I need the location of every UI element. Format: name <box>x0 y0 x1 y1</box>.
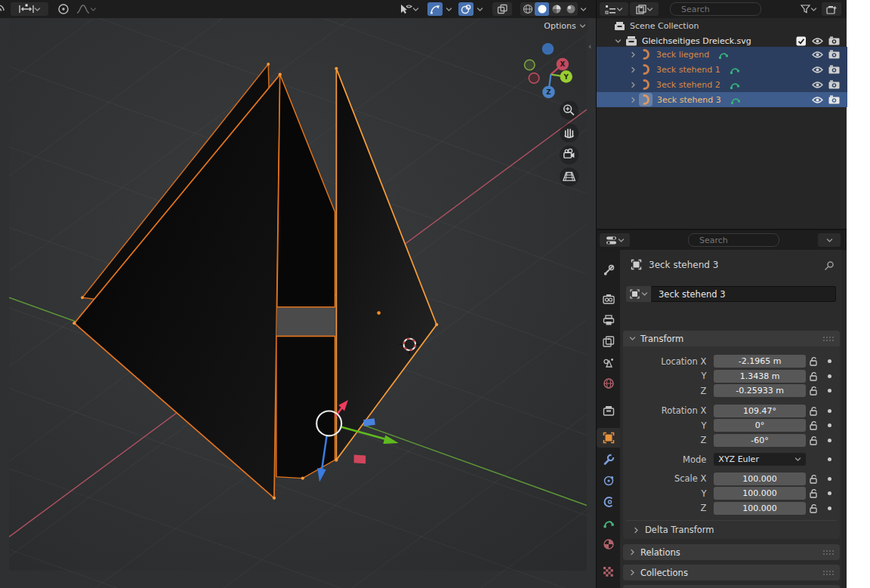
world-properties-tab[interactable] <box>597 374 620 393</box>
view-layer-properties-tab[interactable] <box>597 331 620 351</box>
subpanel-expand-chevron[interactable] <box>633 527 640 534</box>
texture-properties-tab[interactable] <box>597 562 620 581</box>
options-button[interactable]: Options <box>541 19 588 32</box>
outliner-row-collection[interactable]: Gleichseitiges Dreieck.svg <box>597 33 847 48</box>
collection-properties-tab[interactable] <box>597 401 620 420</box>
rotation-x-field[interactable]: 109.47° <box>714 405 805 417</box>
animate-dot[interactable] <box>828 457 831 461</box>
region-collapse-arrow[interactable]: ‹ <box>588 42 591 51</box>
display-mode-button[interactable] <box>630 2 659 16</box>
relations-panel[interactable]: Relations <box>623 544 840 560</box>
rotation-z-field[interactable]: -60° <box>714 434 805 447</box>
scene-properties-tab[interactable] <box>597 352 620 372</box>
motion-paths-panel[interactable]: Motion Paths <box>623 585 840 588</box>
animate-dot[interactable] <box>828 491 831 495</box>
lock-open-icon[interactable] <box>810 503 818 513</box>
render-camera-icon[interactable] <box>828 50 840 59</box>
outliner-row-object-3-active[interactable]: 3eck stehend 3 <box>597 92 847 107</box>
viewport-3d[interactable]: X Y Z <box>0 0 596 588</box>
outliner-search[interactable] <box>670 2 761 16</box>
pin-icon[interactable] <box>823 260 835 272</box>
animate-dot[interactable] <box>828 506 831 510</box>
animate-dot[interactable] <box>828 389 831 393</box>
ortho-grid-button[interactable] <box>560 168 578 186</box>
location-y-field[interactable]: 1.3438 m <box>714 370 805 383</box>
camera-view-button[interactable] <box>560 146 578 165</box>
xray-toggle[interactable] <box>492 2 512 16</box>
animate-dot[interactable] <box>828 439 831 442</box>
panel-grip-icon[interactable] <box>822 550 834 556</box>
scale-y-field[interactable]: 100.000 <box>714 487 805 500</box>
expand-chevron[interactable] <box>630 51 637 58</box>
nav-axis-x-neg[interactable] <box>529 73 539 84</box>
lock-open-icon[interactable] <box>810 371 818 381</box>
panel-grip-icon[interactable] <box>822 336 834 342</box>
constraint-properties-tab[interactable] <box>597 492 620 512</box>
properties-scroll-gutter[interactable] <box>841 250 847 588</box>
transform-panel-header[interactable]: Transform <box>623 331 840 346</box>
filter-button[interactable] <box>798 2 820 16</box>
properties-editor-type-button[interactable] <box>600 233 630 247</box>
lock-open-icon[interactable] <box>810 420 818 430</box>
panel-expand-chevron[interactable] <box>629 549 636 556</box>
animate-dot[interactable] <box>828 477 831 481</box>
hide-eye-icon[interactable] <box>812 81 823 89</box>
animate-dot[interactable] <box>828 409 831 413</box>
output-properties-tab[interactable] <box>597 310 620 330</box>
gizmo-plane-xz[interactable] <box>354 455 366 464</box>
browse-object-button[interactable] <box>626 286 651 302</box>
render-camera-icon[interactable] <box>828 95 840 104</box>
zoom-button[interactable] <box>560 101 578 120</box>
pan-button[interactable] <box>560 124 578 143</box>
gizmo-dropdown[interactable] <box>444 2 453 16</box>
outliner-search-input[interactable] <box>680 4 758 15</box>
physics-properties-tab[interactable] <box>597 471 620 491</box>
render-camera-icon[interactable] <box>828 65 840 74</box>
properties-search-input[interactable] <box>698 235 776 246</box>
properties-options-dropdown[interactable] <box>818 233 841 247</box>
expand-chevron[interactable] <box>630 97 637 103</box>
collections-panel[interactable]: Collections <box>623 565 840 580</box>
object-properties-tab-active[interactable] <box>597 428 620 448</box>
render-properties-tab[interactable] <box>597 289 620 309</box>
location-x-field[interactable]: -2.1965 m <box>714 355 805 368</box>
rotation-y-field[interactable]: 0° <box>714 419 805 432</box>
outliner-row-scene-collection[interactable]: Scene Collection <box>597 18 847 33</box>
shading-rendered-button[interactable] <box>563 2 578 16</box>
lock-open-icon[interactable] <box>810 406 818 416</box>
lock-open-icon[interactable] <box>810 488 818 498</box>
tool-properties-tab[interactable] <box>597 260 620 280</box>
object-visibility-button[interactable] <box>395 2 422 16</box>
lock-open-icon[interactable] <box>810 356 818 366</box>
collection-expand-chevron[interactable] <box>615 38 622 45</box>
triangle-middle-lower[interactable] <box>276 337 335 479</box>
render-camera-icon[interactable] <box>828 80 840 89</box>
hide-eye-icon[interactable] <box>812 51 823 59</box>
animate-dot[interactable] <box>828 423 831 427</box>
lock-open-icon[interactable] <box>810 436 818 445</box>
show-gizmo-toggle[interactable] <box>427 2 443 16</box>
properties-search[interactable] <box>688 233 779 247</box>
nav-axis-y-neg[interactable] <box>524 60 535 70</box>
shading-dropdown[interactable] <box>578 2 588 16</box>
object-name-field[interactable]: 3eck stehend 3 <box>651 286 836 302</box>
outliner-row-object-2[interactable]: 3eck stehend 2 <box>597 77 847 92</box>
exclude-checkbox[interactable] <box>796 36 807 46</box>
expand-chevron[interactable] <box>630 66 637 73</box>
nav-axis-z-neg[interactable] <box>542 43 554 55</box>
proportional-falloff-button[interactable] <box>73 2 99 16</box>
panel-expand-chevron[interactable] <box>629 569 636 576</box>
location-z-field[interactable]: -0.25933 m <box>714 384 805 397</box>
animate-dot[interactable] <box>828 374 831 378</box>
outliner-row-object-0[interactable]: 3eck liegend <box>597 47 847 62</box>
rotation-mode-dropdown[interactable]: XYZ Euler <box>714 453 805 466</box>
show-overlays-toggle[interactable] <box>458 2 474 16</box>
delta-transform-subpanel[interactable]: Delta Transform <box>626 520 837 539</box>
expand-chevron[interactable] <box>630 82 637 88</box>
magnet-icon-partial[interactable] <box>0 2 8 16</box>
hide-eye-icon[interactable] <box>812 37 823 45</box>
shading-material-button[interactable] <box>549 2 563 16</box>
hide-eye-icon[interactable] <box>812 66 823 74</box>
material-properties-tab[interactable] <box>597 534 620 554</box>
lock-open-icon[interactable] <box>810 474 818 484</box>
